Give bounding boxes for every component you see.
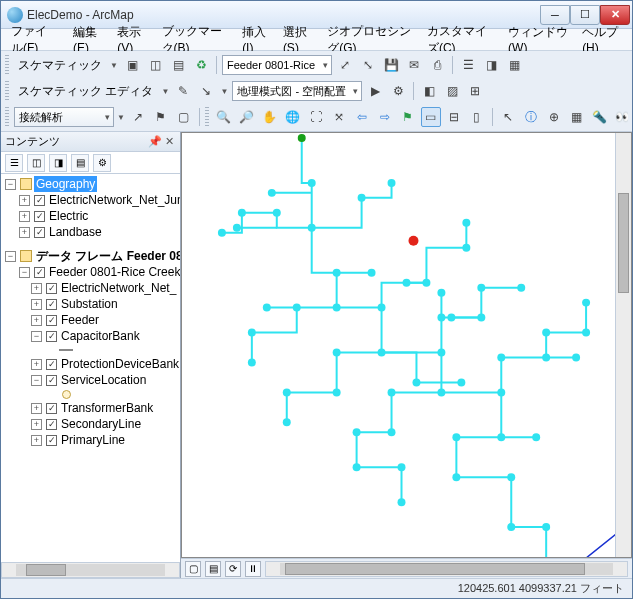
expand-icon[interactable]: + [31, 315, 42, 326]
tool-btn[interactable]: ⤧ [329, 107, 349, 127]
layer-label[interactable]: ProtectionDeviceBank [59, 356, 180, 372]
layer-checkbox[interactable] [46, 359, 57, 370]
save-icon[interactable]: 💾 [381, 55, 401, 75]
layer-checkbox[interactable] [46, 315, 57, 326]
layer-label[interactable]: ElectricNetwork_Net_ [59, 280, 178, 296]
zoom-out-icon[interactable]: 🔎 [237, 107, 257, 127]
layer-item[interactable]: − CapacitorBank [3, 328, 178, 344]
refresh-icon[interactable]: ⟳ [225, 561, 241, 577]
map-vscroll[interactable] [615, 133, 631, 557]
dropdown-icon[interactable]: ▼ [160, 81, 170, 101]
toc-list-by-source-icon[interactable]: ◫ [27, 154, 45, 172]
layer-checkbox[interactable] [46, 375, 57, 386]
layer-checkbox[interactable] [34, 211, 45, 222]
layer-item[interactable]: + ElectricNetwork_Net_Jun [3, 192, 178, 208]
layer-item[interactable]: − Feeder 0801-Rice Creek [3, 264, 178, 280]
toc-list-by-visibility-icon[interactable]: ◨ [49, 154, 67, 172]
tool-btn[interactable]: ▤ [168, 55, 188, 75]
tool-btn[interactable]: ▨ [442, 81, 462, 101]
expand-icon[interactable]: + [19, 211, 30, 222]
tool-btn[interactable]: ☰ [458, 55, 478, 75]
map-hscroll[interactable] [265, 561, 628, 577]
expand-icon[interactable]: + [31, 299, 42, 310]
layer-item[interactable]: + ElectricNetwork_Net_ [3, 280, 178, 296]
tool-btn[interactable]: ⛶ [306, 107, 326, 127]
collapse-icon[interactable]: − [5, 179, 16, 190]
toolbar-grip[interactable] [5, 107, 9, 127]
layer-checkbox[interactable] [34, 267, 45, 278]
dropdown-icon[interactable]: ▼ [219, 81, 229, 101]
layer-tree[interactable]: − Geography + ElectricNetwork_Net_Jun + … [1, 174, 180, 562]
tool-btn[interactable]: ⚑ [151, 107, 171, 127]
layer-label[interactable]: ServiceLocation [59, 372, 148, 388]
tool-btn[interactable]: ↗ [128, 107, 148, 127]
layer-label[interactable]: Electric [47, 208, 90, 224]
dropdown-icon[interactable]: ▼ [117, 107, 125, 127]
toc-hscroll[interactable] [1, 562, 180, 578]
tool-btn[interactable]: ⤡ [358, 55, 378, 75]
expand-icon[interactable]: + [31, 419, 42, 430]
dataframe-1[interactable]: − Geography [3, 176, 178, 192]
toc-list-by-drawing-icon[interactable]: ☰ [5, 154, 23, 172]
toc-list-by-selection-icon[interactable]: ▤ [71, 154, 89, 172]
layer-checkbox[interactable] [46, 299, 57, 310]
collapse-icon[interactable]: − [31, 331, 42, 342]
dataframe-label[interactable]: データ フレーム Feeder 0801 [34, 248, 180, 264]
pan-icon[interactable]: ✋ [260, 107, 280, 127]
find-icon[interactable]: 🔦 [590, 107, 610, 127]
tool-btn[interactable]: ♻ [191, 55, 211, 75]
layer-checkbox[interactable] [34, 195, 45, 206]
collapse-icon[interactable]: − [19, 267, 30, 278]
toolbar-grip[interactable] [5, 55, 9, 75]
full-extent-icon[interactable]: 🌐 [283, 107, 303, 127]
layer-item[interactable]: + Landbase [3, 224, 178, 240]
layer-item[interactable]: + SecondaryLine [3, 416, 178, 432]
tool-btn[interactable]: ◧ [419, 81, 439, 101]
layout-combo[interactable]: 地理模式図 - 空間配置 [232, 81, 362, 101]
edit-tool-icon[interactable]: ✎ [173, 81, 193, 101]
layer-checkbox[interactable] [46, 403, 57, 414]
tool-btn[interactable]: ⤢ [335, 55, 355, 75]
tool-btn[interactable]: ↘ [196, 81, 216, 101]
analysis-combo[interactable]: 接続解析 [14, 107, 114, 127]
expand-icon[interactable]: + [31, 403, 42, 414]
tool-btn[interactable]: ◫ [145, 55, 165, 75]
layer-label[interactable]: ElectricNetwork_Net_Jun [47, 192, 180, 208]
dropdown-icon[interactable]: ▼ [109, 55, 119, 75]
tool-btn[interactable]: ⚙ [388, 81, 408, 101]
pin-icon[interactable]: 📌 [148, 135, 162, 148]
layer-label[interactable]: SecondaryLine [59, 416, 143, 432]
tool-btn[interactable]: ⎙ [427, 55, 447, 75]
close-panel-icon[interactable]: ✕ [162, 135, 176, 148]
map-view[interactable] [181, 132, 632, 558]
layer-checkbox[interactable] [46, 331, 57, 342]
next-extent-icon[interactable]: ⇨ [375, 107, 395, 127]
prev-extent-icon[interactable]: ⇦ [352, 107, 372, 127]
pause-icon[interactable]: ⏸ [245, 561, 261, 577]
select-tool-icon[interactable]: ▭ [421, 107, 441, 127]
layer-checkbox[interactable] [46, 435, 57, 446]
layer-item[interactable]: + Substation [3, 296, 178, 312]
layer-label[interactable]: Feeder [59, 312, 101, 328]
layer-checkbox[interactable] [34, 227, 45, 238]
tool-btn[interactable]: ⊕ [544, 107, 564, 127]
layer-checkbox[interactable] [46, 283, 57, 294]
layer-item[interactable]: − ServiceLocation [3, 372, 178, 388]
flag-icon[interactable]: ⚑ [398, 107, 418, 127]
tool-btn[interactable]: ▶ [365, 81, 385, 101]
tool-btn[interactable]: ▢ [174, 107, 194, 127]
layer-label[interactable]: Feeder 0801-Rice Creek [47, 264, 180, 280]
expand-icon[interactable]: + [31, 283, 42, 294]
pointer-icon[interactable]: ↖ [498, 107, 518, 127]
toc-options-icon[interactable]: ⚙ [93, 154, 111, 172]
tool-btn[interactable]: ▦ [567, 107, 587, 127]
layer-label[interactable]: TransformerBank [59, 400, 155, 416]
tool-btn[interactable]: ◨ [481, 55, 501, 75]
dataframe-label[interactable]: Geography [34, 176, 97, 192]
layer-label[interactable]: Substation [59, 296, 120, 312]
layer-label[interactable]: CapacitorBank [59, 328, 142, 344]
tool-btn[interactable]: ▦ [504, 55, 524, 75]
collapse-icon[interactable]: − [31, 375, 42, 386]
schematic-combo[interactable]: Feeder 0801-Rice [222, 55, 332, 75]
toolbar-grip[interactable] [205, 107, 209, 127]
